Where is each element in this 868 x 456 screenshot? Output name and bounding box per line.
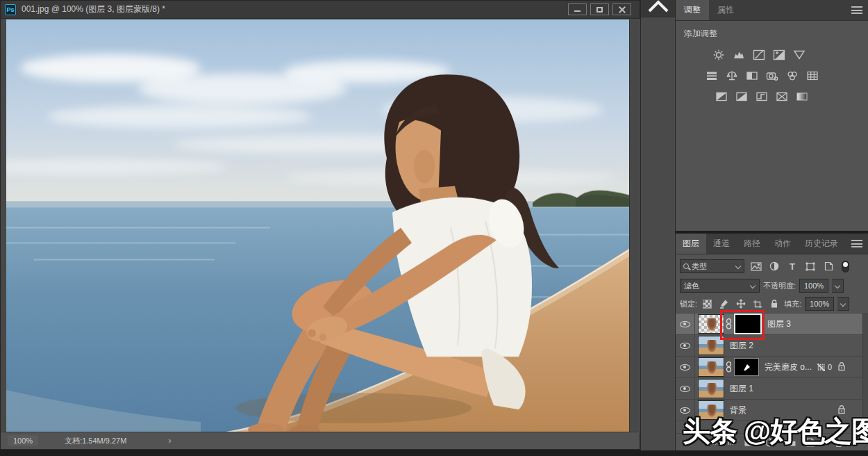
status-expand-icon[interactable]: › [168,436,171,446]
tab-adjustments[interactable]: 调整 [676,0,709,20]
panel-menu-icon[interactable] [851,6,862,14]
layer-name[interactable]: 图层 2 [730,340,753,352]
beach-photo [6,19,629,433]
collapse-panels-button[interactable] [641,0,675,17]
eye-icon [680,343,690,349]
visibility-toggle[interactable] [676,314,695,334]
lock-all-icon[interactable] [769,299,779,309]
layer-list: 图层 3 图层 2 完美磨皮 o... 0 [676,313,868,421]
layer-filter-toggle[interactable] [842,261,849,272]
minimize-button[interactable] [568,3,587,15]
posterize-icon[interactable] [735,90,748,102]
selective-color-icon[interactable] [775,90,788,102]
chevron-down-icon [750,283,756,288]
lock-image-pixels-icon[interactable] [719,299,729,309]
lock-artboard-icon[interactable] [752,299,762,309]
levels-icon[interactable] [732,49,745,60]
layer-thumbnail[interactable] [698,314,724,334]
gradient-map-icon[interactable] [795,90,808,102]
smart-filter-icon [817,364,825,371]
color-balance-icon[interactable] [725,70,738,81]
filter-type-label: 类型 [692,261,707,272]
adjustment-layer-filter-icon[interactable] [768,261,781,272]
brightness-contrast-icon[interactable] [712,49,725,60]
minimize-icon [574,10,581,12]
zoom-level[interactable]: 100% [8,435,38,446]
mask-link-icon[interactable] [724,318,733,329]
fill-dropdown[interactable] [837,297,849,311]
watermark-text: 头条 @好色之图 [683,412,868,450]
blend-mode-select[interactable]: 滤色 [680,279,760,293]
blend-mode-value: 滤色 [684,281,699,291]
fill-value[interactable]: 100% [805,297,834,311]
visibility-toggle[interactable] [676,357,695,377]
layer-thumbnail[interactable] [698,379,724,398]
opacity-label: 不透明度: [763,281,796,291]
opacity-dropdown[interactable] [832,279,844,293]
close-icon [619,6,626,13]
layers-tabbar: 图层 通道 路径 动作 历史记录 [676,234,868,254]
tab-history[interactable]: 历史记录 [798,234,845,254]
maximize-button[interactable] [590,3,609,15]
curves-icon[interactable] [752,49,765,60]
layer-row-2[interactable]: 图层 2 [676,335,868,357]
blend-mode-row: 滤色 不透明度: 100% [676,277,868,295]
adjustment-icons-row-1 [684,49,860,60]
color-lookup-icon[interactable] [806,70,819,81]
layer-thumbnail[interactable] [698,357,724,377]
eye-icon [680,364,690,370]
visibility-toggle[interactable] [676,378,695,399]
invert-icon[interactable] [715,90,728,102]
layer-name[interactable]: 完美磨皮 o... [765,361,812,373]
layer-thumbnail[interactable] [698,336,724,355]
layer-row-skin[interactable]: 完美磨皮 o... 0 [676,357,868,378]
opacity-value[interactable]: 100% [799,279,828,293]
layer-mask-thumbnail[interactable] [734,358,759,376]
mask-link-icon[interactable] [724,361,733,373]
photoshop-file-icon: Ps [5,4,16,15]
status-bar: 100% 文档:1.54M/9.27M › [1,432,640,449]
photo-filter-icon[interactable] [765,70,778,81]
eye-icon [680,386,690,392]
document-titlebar[interactable]: Ps 001.jpg @ 100% (图层 3, 图层蒙版/8) * [1,1,640,19]
pixel-layer-filter-icon[interactable] [750,261,762,272]
scrollbar-gutter[interactable] [862,314,868,421]
threshold-icon[interactable] [755,90,768,102]
visibility-toggle[interactable] [676,335,695,356]
layer-row-3[interactable]: 图层 3 [676,314,868,335]
maximize-icon [596,7,603,13]
layer-name[interactable]: 图层 1 [730,383,753,395]
layer-row-1[interactable]: 图层 1 [676,378,868,400]
canvas-image[interactable] [6,19,629,433]
black-white-icon[interactable] [745,70,758,81]
search-icon [683,263,689,269]
tab-layers[interactable]: 图层 [676,234,706,254]
lock-transparent-pixels-icon[interactable] [702,299,712,309]
adjustments-panel: 调整 属性 添加调整 [676,0,868,231]
filter-type-select[interactable]: 类型 [680,259,744,273]
layer-lock-icon [837,361,846,373]
tab-properties[interactable]: 属性 [709,0,742,20]
chevron-down-icon [840,301,846,307]
channel-mixer-icon[interactable] [785,70,799,81]
hue-saturation-icon[interactable] [705,70,718,81]
window-controls [568,3,631,15]
layers-menu-icon[interactable] [851,240,862,247]
document-window: Ps 001.jpg @ 100% (图层 3, 图层蒙版/8) * [0,0,640,450]
type-layer-filter-icon[interactable]: T [786,261,799,272]
tab-actions[interactable]: 动作 [767,234,798,254]
close-button[interactable] [612,3,631,15]
tab-channels[interactable]: 通道 [706,234,737,254]
document-size-info: 文档:1.54M/9.27M [65,436,126,446]
vibrance-icon[interactable] [792,49,806,60]
chevron-down-icon [735,263,741,269]
smart-object-filter-icon[interactable] [822,261,835,272]
tab-paths[interactable]: 路径 [737,234,767,254]
lock-position-icon[interactable] [735,299,746,309]
exposure-icon[interactable] [772,49,785,60]
layer-name[interactable]: 图层 3 [767,318,791,330]
adjustment-icons-row-3 [684,90,860,102]
layer-mask-thumbnail[interactable] [734,314,762,334]
add-adjustment-label: 添加调整 [684,28,860,40]
shape-layer-filter-icon[interactable] [804,261,817,272]
